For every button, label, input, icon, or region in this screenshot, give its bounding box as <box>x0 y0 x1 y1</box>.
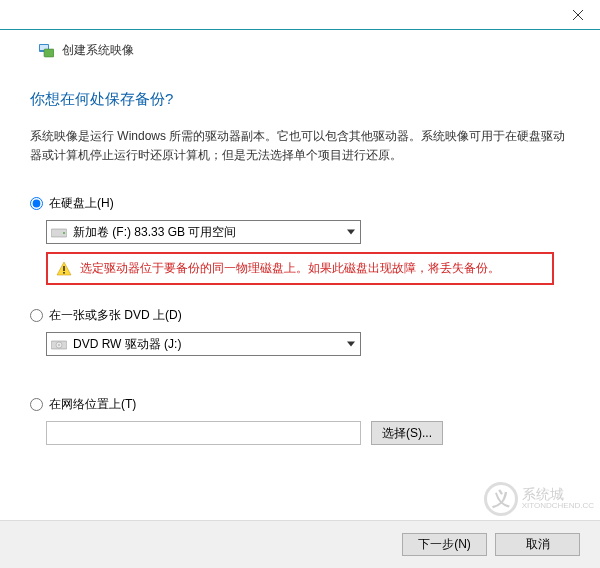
chevron-down-icon <box>347 342 355 347</box>
svg-rect-8 <box>63 266 65 271</box>
dvd-drive-icon <box>51 338 67 350</box>
chevron-down-icon <box>347 230 355 235</box>
radio-network[interactable] <box>30 398 43 411</box>
content-area: 你想在何处保存备份? 系统映像是运行 Windows 所需的驱动器副本。它也可以… <box>0 70 600 477</box>
select-network-button[interactable]: 选择(S)... <box>371 421 443 445</box>
page-title: 你想在何处保存备份? <box>30 90 570 109</box>
svg-point-6 <box>63 232 65 234</box>
watermark-line2: XITONDCHEND.CC <box>522 502 594 511</box>
radio-row-disk[interactable]: 在硬盘上(H) <box>30 195 570 212</box>
option-network: 在网络位置上(T) 选择(S)... <box>30 396 570 445</box>
disk-combo[interactable]: 新加卷 (F:) 83.33 GB 可用空间 <box>46 220 361 244</box>
option-hard-disk: 在硬盘上(H) 新加卷 (F:) 83.33 GB 可用空间 选定驱动器位于要备… <box>30 195 570 285</box>
page-description: 系统映像是运行 Windows 所需的驱动器副本。它也可以包含其他驱动器。系统映… <box>30 127 570 165</box>
watermark-logo: 义 <box>484 482 518 516</box>
next-button[interactable]: 下一步(N) <box>402 533 487 556</box>
dialog-title: 创建系统映像 <box>62 42 134 59</box>
radio-dvd[interactable] <box>30 309 43 322</box>
dvd-selected-text: DVD RW 驱动器 (J:) <box>73 336 181 353</box>
system-image-icon <box>38 42 54 58</box>
dialog-header: 创建系统映像 <box>0 30 600 70</box>
close-button[interactable] <box>555 0 600 29</box>
dvd-combo[interactable]: DVD RW 驱动器 (J:) <box>46 332 361 356</box>
warning-box: 选定驱动器位于要备份的同一物理磁盘上。如果此磁盘出现故障，将丢失备份。 <box>46 252 554 285</box>
cancel-button[interactable]: 取消 <box>495 533 580 556</box>
close-icon <box>573 10 583 20</box>
option-dvd: 在一张或多张 DVD 上(D) DVD RW 驱动器 (J:) <box>30 307 570 356</box>
titlebar <box>0 0 600 30</box>
radio-row-dvd[interactable]: 在一张或多张 DVD 上(D) <box>30 307 570 324</box>
svg-rect-4 <box>44 49 54 57</box>
watermark-line1: 系统城 <box>522 487 594 502</box>
network-path-input[interactable] <box>46 421 361 445</box>
radio-row-network[interactable]: 在网络位置上(T) <box>30 396 570 413</box>
warning-icon <box>56 261 72 277</box>
radio-label-network: 在网络位置上(T) <box>49 396 136 413</box>
svg-point-12 <box>58 345 60 347</box>
hard-drive-icon <box>51 226 67 238</box>
disk-selected-text: 新加卷 (F:) 83.33 GB 可用空间 <box>73 224 236 241</box>
watermark: 义 系统城 XITONDCHEND.CC <box>484 482 594 516</box>
svg-rect-9 <box>63 272 65 274</box>
footer-bar: 下一步(N) 取消 <box>0 520 600 568</box>
radio-hard-disk[interactable] <box>30 197 43 210</box>
radio-label-disk: 在硬盘上(H) <box>49 195 114 212</box>
radio-label-dvd: 在一张或多张 DVD 上(D) <box>49 307 182 324</box>
warning-text: 选定驱动器位于要备份的同一物理磁盘上。如果此磁盘出现故障，将丢失备份。 <box>80 260 500 277</box>
